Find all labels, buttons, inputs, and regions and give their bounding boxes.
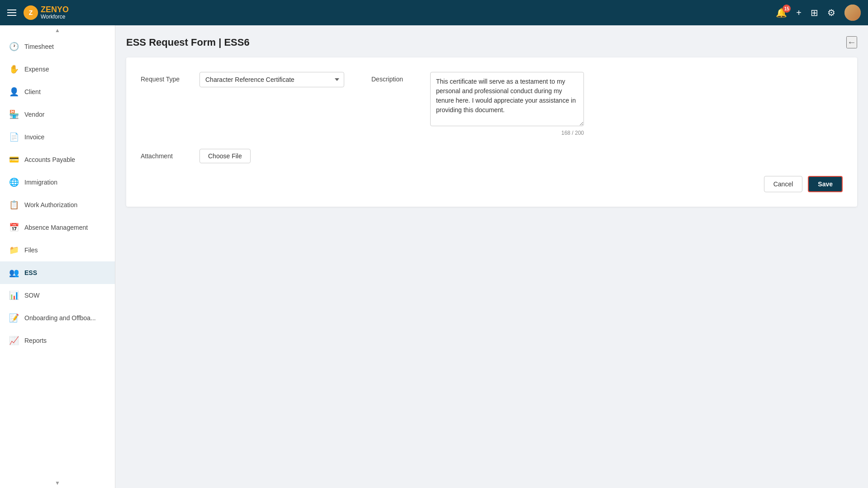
sidebar-item-immigration[interactable]: 🌐 Immigration [0, 171, 115, 194]
sidebar-item-ess[interactable]: 👥 ESS [0, 261, 115, 284]
files-icon: 📁 [9, 245, 19, 255]
sidebar-item-sow[interactable]: 📊 SOW [0, 284, 115, 307]
page-header: ESS Request Form | ESS6 ← [126, 36, 857, 48]
sidebar-label-absence-management: Absence Management [24, 224, 88, 231]
sidebar-label-ess: ESS [24, 269, 37, 276]
request-type-select[interactable]: Character Reference Certificate [199, 72, 344, 87]
grid-icon[interactable]: ⊞ [811, 7, 818, 18]
form-row-request-description: Request Type Character Reference Certifi… [141, 72, 843, 136]
description-textarea[interactable]: This certificate will serve as a testame… [430, 72, 584, 126]
brand-name: ZENYO Workforce [41, 5, 69, 20]
brand-logo: Z ZENYO Workforce [24, 5, 69, 20]
sidebar-item-vendor[interactable]: 🏪 Vendor [0, 103, 115, 126]
sidebar-label-timesheet: Timesheet [24, 43, 54, 50]
sidebar-label-reports: Reports [24, 337, 47, 344]
notification-icon[interactable]: 🔔 15 [776, 7, 787, 18]
settings-icon[interactable]: ⚙ [827, 7, 835, 18]
form-card: Request Type Character Reference Certifi… [126, 57, 857, 207]
accounts-payable-icon: 💳 [9, 155, 19, 165]
sidebar-label-vendor: Vendor [24, 111, 44, 118]
reports-icon: 📈 [9, 336, 19, 346]
sidebar-item-timesheet[interactable]: 🕐 Timesheet [0, 35, 115, 58]
sidebar-label-expense: Expense [24, 66, 49, 73]
choose-file-button[interactable]: Choose File [199, 149, 251, 163]
action-buttons: Cancel Save [141, 176, 843, 192]
sidebar-label-sow: SOW [24, 292, 39, 299]
request-type-group: Request Type Character Reference Certifi… [141, 72, 344, 87]
ess-icon: 👥 [9, 268, 19, 278]
sidebar-item-files[interactable]: 📁 Files [0, 239, 115, 261]
expense-icon: ✋ [9, 64, 19, 74]
char-count: 168 / 200 [430, 130, 584, 136]
sidebar-label-work-authorization: Work Authorization [24, 201, 77, 208]
description-field-wrapper: This certificate will serve as a testame… [430, 72, 584, 136]
attachment-section: Attachment Choose File [141, 149, 843, 163]
attachment-label: Attachment [141, 149, 190, 160]
invoice-icon: 📄 [9, 132, 19, 142]
request-type-label: Request Type [141, 72, 190, 83]
sow-icon: 📊 [9, 290, 19, 300]
work-auth-icon: 📋 [9, 200, 19, 210]
sidebar: ▲ 🕐 Timesheet ✋ Expense 👤 Client 🏪 Vendo… [0, 25, 115, 488]
sidebar-item-invoice[interactable]: 📄 Invoice [0, 126, 115, 148]
sidebar-label-accounts-payable: Accounts Payable [24, 156, 75, 163]
sidebar-item-reports[interactable]: 📈 Reports [0, 329, 115, 352]
brand-name-line2: Workforce [41, 14, 69, 20]
sidebar-label-immigration: Immigration [24, 179, 57, 186]
scroll-up-indicator: ▲ [0, 25, 115, 35]
main-content: ESS Request Form | ESS6 ← Request Type C… [115, 25, 868, 488]
onboarding-icon: 📝 [9, 313, 19, 323]
request-type-field-wrapper: Character Reference Certificate [199, 72, 344, 87]
sidebar-item-absence-management[interactable]: 📅 Absence Management [0, 216, 115, 239]
page-title: ESS Request Form | ESS6 [126, 37, 250, 48]
sidebar-label-onboarding: Onboarding and Offboa... [24, 314, 96, 322]
save-button[interactable]: Save [808, 176, 843, 192]
back-button[interactable]: ← [846, 36, 857, 48]
vendor-icon: 🏪 [9, 109, 19, 119]
sidebar-scroll-area: 🕐 Timesheet ✋ Expense 👤 Client 🏪 Vendor … [0, 35, 115, 478]
sidebar-item-work-authorization[interactable]: 📋 Work Authorization [0, 194, 115, 216]
user-avatar[interactable] [844, 5, 861, 21]
cancel-button[interactable]: Cancel [764, 176, 803, 192]
scroll-down-indicator: ▼ [0, 478, 115, 488]
sidebar-label-invoice: Invoice [24, 133, 44, 141]
sidebar-item-accounts-payable[interactable]: 💳 Accounts Payable [0, 148, 115, 171]
sidebar-item-expense[interactable]: ✋ Expense [0, 58, 115, 81]
sidebar-label-files: Files [24, 246, 38, 254]
client-icon: 👤 [9, 87, 19, 97]
sidebar-item-onboarding[interactable]: 📝 Onboarding and Offboa... [0, 307, 115, 329]
description-label: Description [371, 72, 421, 83]
description-group: Description This certificate will serve … [371, 72, 584, 136]
sidebar-item-client[interactable]: 👤 Client [0, 81, 115, 103]
immigration-icon: 🌐 [9, 177, 19, 187]
absence-management-icon: 📅 [9, 223, 19, 232]
notification-badge: 15 [783, 5, 791, 13]
top-navigation: Z ZENYO Workforce 🔔 15 + ⊞ ⚙ [0, 0, 868, 25]
sidebar-label-client: Client [24, 88, 41, 95]
timesheet-icon: 🕐 [9, 42, 19, 52]
brand-name-line1: ZENYO [41, 5, 69, 14]
hamburger-menu[interactable] [7, 9, 16, 16]
add-icon[interactable]: + [796, 8, 802, 18]
